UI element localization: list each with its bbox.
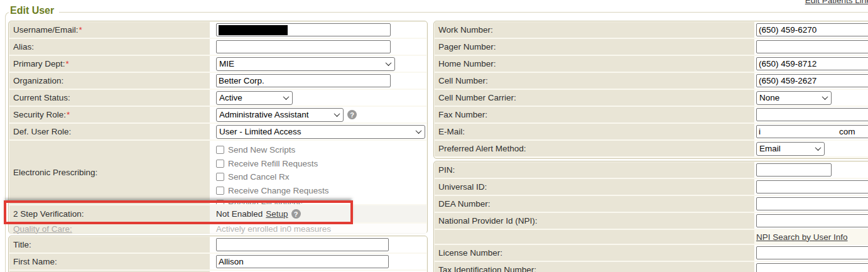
chevron-down-icon [815,144,822,151]
title-row: Title: [9,237,426,253]
home-number-input[interactable] [756,57,868,70]
first-name-label: First Name: [13,257,57,266]
first-name-input[interactable] [216,255,389,268]
npi-input[interactable] [756,214,868,227]
tax-id-row: Tax Identification Number: [435,262,868,272]
cell-carrier-label: Cell Number Carrier: [438,93,516,102]
alias-input[interactable] [216,40,391,53]
npi-search-row: NPI Search by User Info [435,230,868,244]
edit-patients-link[interactable]: Edit Patients Link [805,0,868,5]
cell-number-input[interactable] [756,74,868,87]
pin-label: PIN: [438,165,455,175]
checkbox-receive-change-requests[interactable] [216,187,224,195]
two-step-verification-row: 2 Step Verification: Not Enabled Setup ? [9,205,426,222]
pin-input[interactable] [756,163,832,177]
tax-id-label: Tax Identification Number: [438,265,536,272]
cell-number-label: Cell Number: [438,76,488,85]
def-user-role-select[interactable]: User - Limited Access [216,125,425,139]
dea-number-row: DEA Number: [435,196,868,212]
primary-dept-select[interactable]: MIE [216,57,395,71]
help-icon[interactable]: ? [291,209,301,219]
checkbox-option: Receive Fill Notices [216,197,426,204]
primary-dept-row: Primary Dept:* MIE [9,56,426,72]
cell-carrier-row: Cell Number Carrier: None [435,90,868,106]
license-number-label: License Number: [438,248,502,258]
checkbox-send-new-scripts[interactable] [216,146,224,154]
npi-search-link[interactable]: NPI Search by User Info [756,232,848,242]
home-number-row: Home Number: [435,56,868,72]
dea-number-input[interactable] [756,197,868,210]
npi-label: National Provider Id (NPI): [438,216,538,226]
universal-id-input[interactable] [756,180,868,193]
title-input[interactable] [216,238,389,251]
first-name-row: First Name: [9,254,426,269]
current-status-select[interactable]: Active [216,91,293,105]
email-visible-fragment: com [839,127,855,136]
quality-of-care-row: Quality of Care: Actively enrolled in0 m… [9,224,426,234]
fax-number-row: Fax Number: [435,107,868,122]
chevron-down-icon [416,128,422,134]
two-step-status: Not Enabled [216,209,263,219]
user-core-fields-table: Username/Email:* Alias: Primary Dept:* M… [8,21,428,234]
required-asterisk: * [67,110,70,119]
checkbox-option: Send Cancel Rx [216,170,426,184]
electronic-prescribing-row: Electronic Prescribing: Send New Scripts… [9,141,426,204]
quality-of-care-label[interactable]: Quality of Care: [13,224,72,234]
required-asterisk: * [79,25,82,35]
checkbox-option: Send New Scripts [216,143,426,157]
cell-carrier-select[interactable]: None [756,91,832,105]
help-icon[interactable]: ? [347,110,357,119]
home-number-label: Home Number: [438,59,496,68]
checkbox-send-cancel-rx[interactable] [216,173,224,181]
organization-input[interactable] [216,74,391,87]
checkbox-receive-fill-notices[interactable] [216,200,224,204]
work-number-label: Work Number: [438,25,493,35]
license-number-row: License Number: [435,245,868,261]
pin-row: PIN: [435,162,868,178]
email-redacted-left-fragment: i [759,127,761,136]
pager-number-input[interactable] [756,40,868,53]
alias-label: Alias: [13,42,34,52]
username-row: Username/Email:* [9,22,426,38]
alert-method-label: Preferred Alert Method: [438,144,526,153]
checkbox-receive-refill-requests[interactable] [216,160,224,168]
fax-number-label: Fax Number: [438,110,487,119]
def-user-role-row: Def. User Role: User - Limited Access [9,124,426,139]
npi-row: National Provider Id (NPI): [435,213,868,229]
alias-row: Alias: [9,39,426,55]
chevron-down-icon [822,94,828,100]
electronic-prescribing-label: Electronic Prescribing: [13,168,97,177]
edit-user-page: Edit User Edit Patients Link Username/Em… [0,0,868,272]
title-label: Title: [13,240,31,249]
def-user-role-label: Def. User Role: [13,127,71,136]
chevron-down-icon [386,60,392,66]
organization-label: Organization: [13,76,63,85]
chevron-down-icon [283,94,290,100]
work-number-input[interactable] [756,23,868,36]
primary-dept-label: Primary Dept: [13,59,65,68]
user-name-fields-table: Title: First Name: [8,236,428,272]
security-role-select[interactable]: Administrative Assistant [216,108,344,122]
security-role-row: Security Role:* Administrative Assistant… [9,107,426,122]
license-number-input[interactable] [756,246,868,259]
universal-id-row: Universal ID: [435,179,868,195]
chevron-down-icon [334,111,340,117]
required-asterisk: * [66,59,69,68]
cell-number-row: Cell Number: [435,73,868,89]
email-label: E-Mail: [438,127,465,136]
fax-number-input[interactable] [756,108,868,121]
current-status-row: Current Status: Active [9,90,426,106]
current-status-label: Current Status: [13,93,70,102]
organization-row: Organization: [9,73,426,89]
tax-id-input[interactable] [756,263,868,272]
universal-id-label: Universal ID: [438,182,487,192]
checkbox-option: Receive Change Requests [216,184,426,198]
two-step-setup-link[interactable]: Setup [266,209,288,219]
alert-method-select[interactable]: Email [756,142,825,156]
pager-number-row: Pager Number: [435,39,868,55]
dea-number-label: DEA Number: [438,199,491,209]
page-title: Edit User [9,5,59,16]
email-input[interactable]: i com [756,125,868,138]
checkbox-option: Receive Refill Requests [216,157,426,171]
work-number-row: Work Number: [435,22,868,38]
